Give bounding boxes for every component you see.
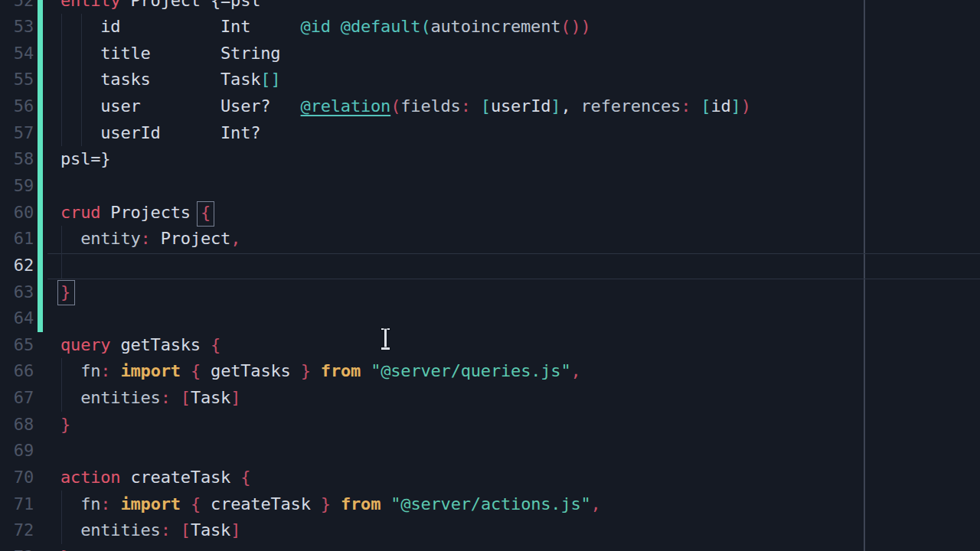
code-line-65[interactable]: 65query getTasks {	[0, 332, 980, 359]
line-number: 65	[0, 332, 34, 359]
code-line-59[interactable]: 59	[0, 173, 980, 200]
code-line-content[interactable]: psl=}	[60, 146, 110, 173]
code-line-content[interactable]: fn: import { createTask } from "@server/…	[60, 491, 601, 518]
code-line-content[interactable]: }	[60, 412, 70, 439]
line-number: 71	[0, 491, 34, 518]
code-line-57[interactable]: 57 userId Int?	[0, 120, 980, 147]
code-line-content[interactable]: entities: [Task]	[60, 517, 240, 544]
code-line-67[interactable]: 67 entities: [Task]	[0, 385, 980, 412]
code-line-content[interactable]: crud Projects {	[60, 200, 211, 227]
line-number: 64	[0, 305, 34, 332]
line-number: 69	[0, 438, 34, 465]
code-line-content[interactable]: tasks Task[]	[60, 67, 280, 93]
code-line-content[interactable]: title String	[60, 41, 280, 67]
line-number: 67	[0, 385, 34, 412]
code-line-69[interactable]: 69	[0, 438, 980, 465]
code-line-content[interactable]: }	[60, 544, 70, 551]
code-editor[interactable]: 52entity Project {=psl53 id Int @id @def…	[0, 0, 980, 551]
code-line-62[interactable]: 62	[0, 253, 980, 279]
bracket-match-box	[197, 201, 214, 227]
line-number: 70	[0, 465, 34, 491]
mouse-ibeam-cursor	[380, 328, 391, 350]
code-line-content[interactable]: action createTask {	[60, 465, 250, 491]
code-line-70[interactable]: 70action createTask {	[0, 465, 980, 491]
code-line-content[interactable]: fn: import { getTasks } from "@server/qu…	[60, 358, 581, 385]
line-number: 63	[0, 279, 34, 306]
code-line-64[interactable]: 64	[0, 305, 980, 332]
line-number: 55	[0, 67, 34, 93]
line-number: 56	[0, 93, 34, 120]
code-line-63[interactable]: 63}	[0, 279, 980, 306]
line-number: 62	[0, 253, 34, 279]
error-squiggle	[56, 276, 77, 282]
code-line-56[interactable]: 56 user User? @relation(fields: [userId]…	[0, 93, 980, 120]
code-line-72[interactable]: 72 entities: [Task]	[0, 517, 980, 544]
code-lines[interactable]: 52entity Project {=psl53 id Int @id @def…	[0, 0, 980, 551]
line-number: 72	[0, 517, 34, 544]
line-number: 61	[0, 226, 34, 253]
gutter-change-bar	[38, 0, 43, 332]
code-line-content[interactable]: entity Project {=psl	[60, 0, 260, 14]
line-number: 57	[0, 120, 34, 147]
code-line-60[interactable]: 60crud Projects {	[0, 200, 980, 227]
code-line-73[interactable]: 73}	[0, 544, 980, 551]
code-line-66[interactable]: 66 fn: import { getTasks } from "@server…	[0, 358, 980, 385]
code-line-content[interactable]: entities: [Task]	[60, 385, 240, 412]
code-line-68[interactable]: 68}	[0, 412, 980, 439]
line-number: 53	[0, 14, 34, 41]
code-line-52[interactable]: 52entity Project {=psl	[0, 0, 980, 14]
line-number: 52	[0, 0, 34, 14]
code-line-53[interactable]: 53 id Int @id @default(autoincrement())	[0, 14, 980, 41]
line-number: 73	[0, 544, 34, 551]
code-line-content[interactable]: userId Int?	[60, 120, 260, 147]
line-number: 66	[0, 358, 34, 385]
code-line-71[interactable]: 71 fn: import { createTask } from "@serv…	[0, 491, 980, 518]
line-number: 60	[0, 200, 34, 227]
line-number: 59	[0, 173, 34, 200]
code-line-55[interactable]: 55 tasks Task[]	[0, 67, 980, 93]
code-line-54[interactable]: 54 title String	[0, 41, 980, 67]
line-number: 58	[0, 146, 34, 173]
line-number: 54	[0, 41, 34, 67]
line-number: 68	[0, 412, 34, 439]
code-line-content[interactable]: id Int @id @default(autoincrement())	[60, 14, 591, 41]
code-line-58[interactable]: 58psl=}	[0, 146, 980, 173]
code-line-content[interactable]: query getTasks {	[60, 332, 220, 359]
error-squiggle	[59, 248, 242, 254]
error-squiggle	[59, 301, 74, 307]
code-line-content[interactable]: user User? @relation(fields: [userId], r…	[60, 93, 751, 120]
